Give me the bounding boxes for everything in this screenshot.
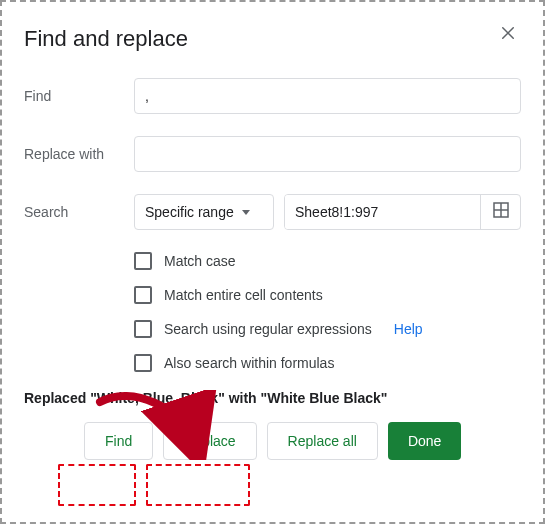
match-entire-cell-label: Match entire cell contents (164, 287, 323, 303)
match-case-label: Match case (164, 253, 236, 269)
regex-help-link[interactable]: Help (394, 321, 423, 337)
within-formulas-label: Also search within formulas (164, 355, 334, 371)
replace-button[interactable]: Replace (163, 422, 256, 460)
status-message: Replaced "White, Blue, Black" with "Whit… (24, 390, 521, 406)
find-button[interactable]: Find (84, 422, 153, 460)
range-input[interactable] (285, 195, 480, 229)
search-label: Search (24, 204, 134, 220)
find-input[interactable] (134, 78, 521, 114)
dialog-title: Find and replace (24, 26, 188, 52)
replace-all-button[interactable]: Replace all (267, 422, 378, 460)
regex-label: Search using regular expressions (164, 321, 372, 337)
close-button[interactable] (495, 20, 521, 50)
done-button[interactable]: Done (388, 422, 461, 460)
replace-label: Replace with (24, 146, 134, 162)
match-case-checkbox[interactable] (134, 252, 152, 270)
within-formulas-checkbox[interactable] (134, 354, 152, 372)
close-icon (499, 28, 517, 45)
select-range-button[interactable] (480, 195, 520, 229)
annotation-highlight-find (58, 464, 136, 506)
chevron-down-icon (242, 210, 250, 215)
grid-icon (493, 202, 509, 222)
match-entire-cell-checkbox[interactable] (134, 286, 152, 304)
search-scope-dropdown[interactable]: Specific range (134, 194, 274, 230)
replace-input[interactable] (134, 136, 521, 172)
regex-checkbox[interactable] (134, 320, 152, 338)
search-scope-value: Specific range (145, 204, 234, 220)
annotation-highlight-replace (146, 464, 250, 506)
find-label: Find (24, 88, 134, 104)
